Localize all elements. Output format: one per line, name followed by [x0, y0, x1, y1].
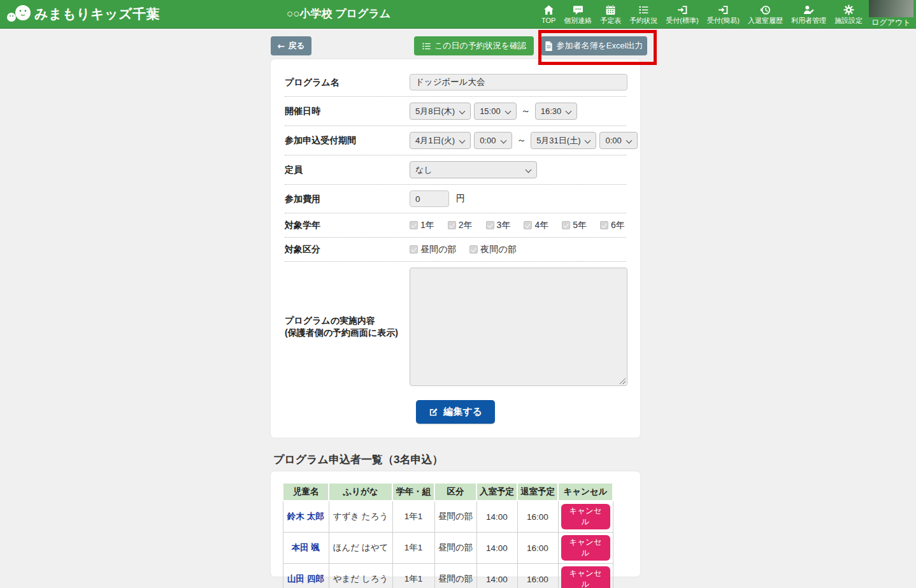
cancel-button[interactable]: キャンセル	[561, 504, 610, 529]
program-name-label: プログラム名	[285, 76, 410, 89]
column-header: 区分	[434, 483, 476, 501]
cancel-button[interactable]: キャンセル	[561, 566, 610, 588]
target-sections-row: 対象区分 昼間の部 夜間の部	[285, 238, 626, 262]
fee-input	[410, 190, 449, 207]
period-start-date-select: 4月1日(火)	[410, 132, 471, 149]
nav-item-entry-exit-history[interactable]: 入退室履歴	[748, 4, 783, 25]
column-header: 児童名	[283, 483, 329, 501]
edit-button-row: 編集する	[285, 392, 626, 424]
period-end-time-select: 0:00	[599, 132, 638, 149]
resize-grip-icon	[619, 378, 626, 384]
grade-cell: 1年1	[392, 564, 434, 588]
chevron-down-icon	[501, 138, 507, 144]
section-cell: 昼間の部	[434, 533, 476, 564]
section-checkbox-night: 夜間の部	[469, 244, 516, 255]
table-row: 山田 四郎 やまだ しろう 1年1 昼間の部 14:00 16:00 キャンセル	[283, 564, 613, 588]
child-name-link[interactable]: 山田 四郎	[287, 574, 324, 584]
excel-export-button[interactable]: 参加者名簿をExcel出力	[541, 36, 647, 55]
home-icon	[543, 4, 554, 16]
exit-time-cell: 16:00	[517, 501, 558, 533]
header-nav: TOP 個別連絡 予定表 予約状況 受付(標準)	[541, 0, 862, 28]
grade-cell: 1年1	[392, 501, 434, 533]
list-icon	[422, 41, 431, 51]
chevron-down-icon	[566, 108, 572, 115]
exit-time-cell: 16:00	[517, 564, 558, 588]
back-button[interactable]: 戻る	[271, 36, 311, 55]
table-row: 鈴木 太郎 すずき たろう 1年1 昼間の部 14:00 16:00 キャンセル	[283, 501, 613, 533]
entry-time-cell: 14:00	[476, 501, 517, 533]
participants-title: プログラム申込者一覧（3名申込）	[273, 452, 443, 467]
mascot-icon	[5, 2, 33, 26]
target-grades-row: 対象学年 1年 2年 3年 4年 5年 6年	[285, 213, 626, 238]
user-manage-icon	[803, 4, 814, 16]
nav-item-reservation-status[interactable]: 予約状況	[629, 4, 657, 25]
section-cell: 昼間の部	[434, 501, 476, 533]
section-cell: 昼間の部	[434, 564, 476, 588]
logout-label: ログアウト	[871, 17, 910, 27]
kana-cell: ほんだ はやて	[329, 533, 392, 564]
participants-card: 児童名 ふりがな 学年・組 区分 入室予定 退室予定 キャンセル 鈴木 太郎 す…	[271, 471, 640, 577]
period-start-time-select: 0:00	[474, 132, 512, 149]
nav-item-schedule[interactable]: 予定表	[600, 4, 621, 25]
target-sections-label: 対象区分	[285, 243, 410, 255]
nav-item-user-management[interactable]: 利用者管理	[791, 4, 826, 25]
event-date-select: 5月8日(木)	[410, 103, 471, 120]
grade-checkbox-2: 2年	[448, 220, 473, 231]
chevron-down-icon	[526, 167, 532, 173]
edit-button[interactable]: 編集する	[416, 400, 495, 424]
capacity-label: 定員	[285, 164, 410, 176]
table-header-row: 児童名 ふりがな 学年・組 区分 入室予定 退室予定 キャンセル	[283, 483, 613, 501]
description-label: プログラムの実施内容 (保護者側の予約画面に表示)	[285, 315, 410, 339]
program-name-input	[410, 74, 627, 90]
nav-item-top[interactable]: TOP	[541, 4, 555, 25]
participants-table: 児童名 ふりがな 学年・組 区分 入室予定 退室予定 キャンセル 鈴木 太郎 す…	[282, 482, 613, 588]
child-name-link[interactable]: 本田 颯	[292, 543, 320, 552]
nav-item-individual-contact[interactable]: 個別連絡	[564, 4, 592, 25]
chevron-down-icon	[626, 138, 633, 144]
check-reservations-button[interactable]: この日の予約状況を確認	[414, 36, 534, 55]
kana-cell: すずき たろう	[329, 501, 392, 533]
target-grades-label: 対象学年	[285, 219, 410, 231]
nav-item-reception-simple[interactable]: 受付(簡易)	[707, 4, 740, 25]
child-name-link[interactable]: 鈴木 太郎	[287, 512, 324, 521]
event-end-time-select: 16:30	[535, 103, 578, 120]
file-icon	[545, 41, 553, 51]
program-name-row: プログラム名	[285, 68, 626, 97]
nav-item-reception-standard[interactable]: 受付(標準)	[666, 4, 698, 25]
event-datetime-label: 開催日時	[285, 105, 410, 117]
app-logo[interactable]: みまもりキッズ千葉	[5, 0, 160, 28]
checkbox-checked-icon	[524, 221, 532, 229]
nav-item-facility-settings[interactable]: 施設設定	[834, 4, 862, 25]
fee-row: 参加費用 円	[285, 185, 626, 213]
chevron-down-icon	[585, 138, 591, 144]
checkbox-checked-icon	[600, 221, 608, 229]
column-header: 退室予定	[517, 483, 558, 501]
application-period-label: 参加申込受付期間	[285, 134, 410, 147]
column-header: 学年・組	[392, 483, 434, 501]
grade-checkbox-3: 3年	[486, 220, 511, 231]
program-form-card: プログラム名 開催日時 5月8日(木) 15:00 ～ 16:30 参加申込受付…	[271, 59, 640, 438]
chat-icon	[573, 4, 583, 16]
fee-unit-label: 円	[456, 193, 465, 204]
sign-in-icon	[718, 4, 729, 16]
app-header: みまもりキッズ千葉 ○○小学校 プログラム TOP 個別連絡 予定表 予約状況	[0, 0, 916, 29]
grade-checkbox-1: 1年	[410, 220, 434, 231]
capacity-row: 定員 なし	[285, 155, 626, 185]
column-header: ふりがな	[329, 483, 392, 501]
kana-cell: やまだ しろう	[329, 564, 392, 588]
column-header: キャンセル	[558, 483, 613, 501]
cancel-button[interactable]: キャンセル	[561, 535, 610, 561]
event-start-time-select: 15:00	[474, 103, 517, 120]
event-datetime-row: 開催日時 5月8日(木) 15:00 ～ 16:30	[285, 97, 626, 126]
grade-checkbox-5: 5年	[562, 220, 587, 231]
logout-button[interactable]: ログアウト	[868, 0, 915, 28]
grade-checkbox-4: 4年	[524, 220, 548, 231]
checkbox-checked-icon	[469, 245, 478, 254]
exit-time-cell: 16:00	[517, 533, 558, 564]
checkbox-checked-icon	[410, 221, 418, 229]
logo-text: みまもりキッズ千葉	[34, 5, 160, 23]
avatar-image	[869, 0, 913, 17]
entry-time-cell: 14:00	[476, 564, 517, 588]
chevron-down-icon	[505, 108, 511, 115]
checkbox-checked-icon	[486, 221, 494, 229]
